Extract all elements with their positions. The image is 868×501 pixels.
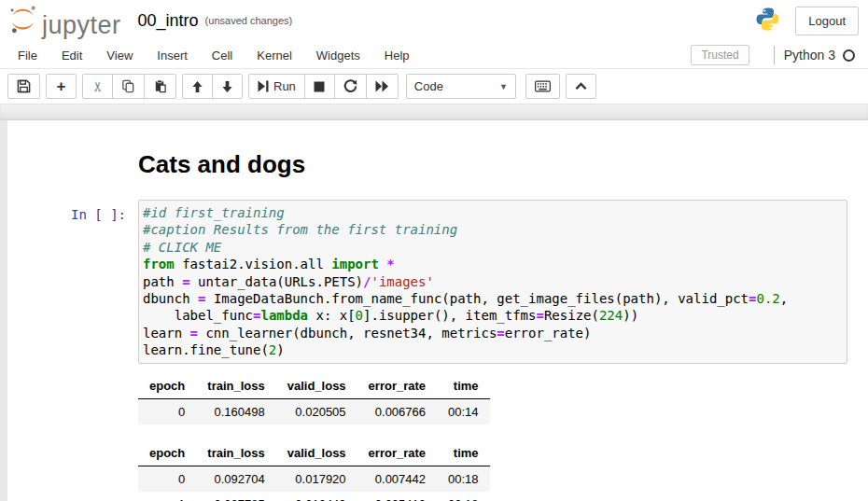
jupyter-brand[interactable]: jupyter <box>7 4 121 38</box>
cell-type-value: Code <box>414 79 443 93</box>
table-row: 00.0927040.0179200.00744200:18 <box>138 466 490 492</box>
dropdown-caret-icon: ▼ <box>499 82 508 91</box>
menu-item-help[interactable]: Help <box>372 43 422 68</box>
copy-cell-button[interactable] <box>112 74 145 99</box>
menu-item-kernel[interactable]: Kernel <box>245 43 304 68</box>
menu-item-edit[interactable]: Edit <box>49 43 94 68</box>
code-line: learn = cnn_learner(dbunch, resnet34, me… <box>143 325 843 341</box>
notebook-header: jupyter 00_intro (unsaved changes) Logou… <box>0 0 868 42</box>
table-cell: 0.006766 <box>357 398 437 424</box>
table-header-cell: valid_loss <box>276 440 357 466</box>
output-table-2: epochtrain_lossvalid_losserror_ratetime0… <box>138 440 847 501</box>
command-palette-keyboard-icon <box>535 80 551 92</box>
command-palette-button[interactable] <box>525 74 560 99</box>
restart-kernel-icon <box>343 79 357 93</box>
table-row: 00.1604980.0205050.00676600:14 <box>138 398 490 424</box>
markdown-heading: Cats and dogs <box>138 150 847 179</box>
training-results-table: epochtrain_lossvalid_losserror_ratetime0… <box>138 440 490 501</box>
code-line: #caption Results from the first training <box>143 221 843 238</box>
header-shadow-band <box>0 104 868 120</box>
page-background: Cats and dogs In [ ]: #id first_training… <box>0 120 868 501</box>
code-line: # CLICK ME <box>143 239 843 256</box>
table-cell: 0.160498 <box>196 398 275 424</box>
code-line: #id first_training <box>143 204 843 221</box>
interrupt-kernel-button[interactable] <box>304 74 335 99</box>
trusted-badge[interactable]: Trusted <box>691 45 749 65</box>
brand-wordmark: jupyter <box>42 13 121 38</box>
add-cell-icon: + <box>57 78 66 94</box>
table-cell: 0.012449 <box>276 492 357 501</box>
table-header-cell: epoch <box>138 440 196 466</box>
code-input-area[interactable]: #id first_training#caption Results from … <box>138 200 847 364</box>
output-table-1: epochtrain_lossvalid_losserror_ratetime0… <box>138 373 847 424</box>
input-prompt: In [ ]: <box>7 200 138 501</box>
menu-item-file[interactable]: File <box>6 43 49 68</box>
paste-cell-button[interactable] <box>144 74 176 99</box>
menubar: File Edit View Insert Cell Kernel Widget… <box>0 42 868 69</box>
code-line: from fastai2.vision.all import * <box>143 256 843 272</box>
table-row: 10.0277850.0124490.00541300:18 <box>138 492 490 501</box>
restart-run-all-icon <box>375 80 389 92</box>
cell-type-dropdown[interactable]: Code ▼ <box>406 74 516 99</box>
markdown-cell[interactable]: Cats and dogs <box>7 150 868 200</box>
python-logo-icon <box>755 7 780 35</box>
run-cell-button[interactable]: Run <box>248 74 305 99</box>
code-cell[interactable]: In [ ]: #id first_training#caption Resul… <box>7 200 868 501</box>
kernel-idle-circle-icon <box>843 49 855 62</box>
notebook-container: Cats and dogs In [ ]: #id first_training… <box>7 120 868 501</box>
table-header-cell: valid_loss <box>276 373 357 399</box>
insert-cell-button[interactable]: + <box>46 74 77 99</box>
table-cell: 0 <box>138 466 196 492</box>
code-line: learn.fine_tune(2) <box>143 341 843 358</box>
copy-icon <box>121 79 135 93</box>
table-header-cell: time <box>437 440 490 466</box>
notebook-title[interactable]: 00_intro <box>138 12 199 31</box>
cut-cell-button[interactable]: ✂ <box>82 74 113 99</box>
move-up-icon <box>191 80 203 93</box>
table-cell: 0.092704 <box>196 466 275 492</box>
code-lines: #id first_training#caption Results from … <box>143 204 843 359</box>
table-cell: 00:18 <box>437 492 490 501</box>
code-line: label_func=lambda x: x[0].isupper(), ite… <box>143 307 843 324</box>
kernel-separator <box>774 46 775 64</box>
jupyter-logo-icon <box>7 4 38 38</box>
training-results-table: epochtrain_lossvalid_losserror_ratetime0… <box>138 373 490 424</box>
menu-item-cell[interactable]: Cell <box>200 43 245 68</box>
restart-run-all-button[interactable] <box>366 74 399 99</box>
restart-kernel-button[interactable] <box>334 74 367 99</box>
move-cell-up-button[interactable] <box>182 74 213 99</box>
table-cell: 0.005413 <box>357 492 437 501</box>
table-header-cell: time <box>437 373 490 399</box>
table-cell: 00:18 <box>437 466 490 492</box>
table-cell: 0.007442 <box>357 466 437 492</box>
menu-item-widgets[interactable]: Widgets <box>304 43 372 68</box>
checkpoint-status: (unsaved changes) <box>205 15 293 28</box>
logout-button[interactable]: Logout <box>795 7 859 35</box>
kernel-name: Python 3 <box>784 48 835 63</box>
table-cell: 00:14 <box>437 398 490 424</box>
scroll-outputs-button[interactable] <box>566 74 596 99</box>
markdown-prompt <box>7 150 138 200</box>
save-button[interactable] <box>7 74 40 99</box>
code-line: dbunch = ImageDataBunch.from_name_func(p… <box>143 290 843 307</box>
run-button-label: Run <box>273 79 296 93</box>
table-header-cell: epoch <box>138 373 196 399</box>
table-header-cell: train_loss <box>196 440 275 466</box>
move-cell-down-button[interactable] <box>212 74 243 99</box>
table-cell: 1 <box>138 492 196 501</box>
paste-icon <box>153 79 167 93</box>
chevron-up-icon <box>575 82 587 90</box>
menu-item-view[interactable]: View <box>94 43 145 68</box>
menu-item-insert[interactable]: Insert <box>145 43 200 68</box>
save-icon <box>17 79 31 93</box>
output-area: epochtrain_lossvalid_losserror_ratetime0… <box>138 373 847 501</box>
stop-icon <box>314 81 325 92</box>
toolbar: + ✂ <box>0 69 868 104</box>
table-cell: 0.027785 <box>196 492 275 501</box>
move-down-icon <box>221 80 233 93</box>
table-cell: 0.017920 <box>276 466 357 492</box>
cut-icon: ✂ <box>91 80 105 92</box>
table-cell: 0 <box>138 398 196 424</box>
code-line: path = untar_data(URLs.PETS)/'images' <box>143 273 843 290</box>
run-icon <box>258 80 269 92</box>
